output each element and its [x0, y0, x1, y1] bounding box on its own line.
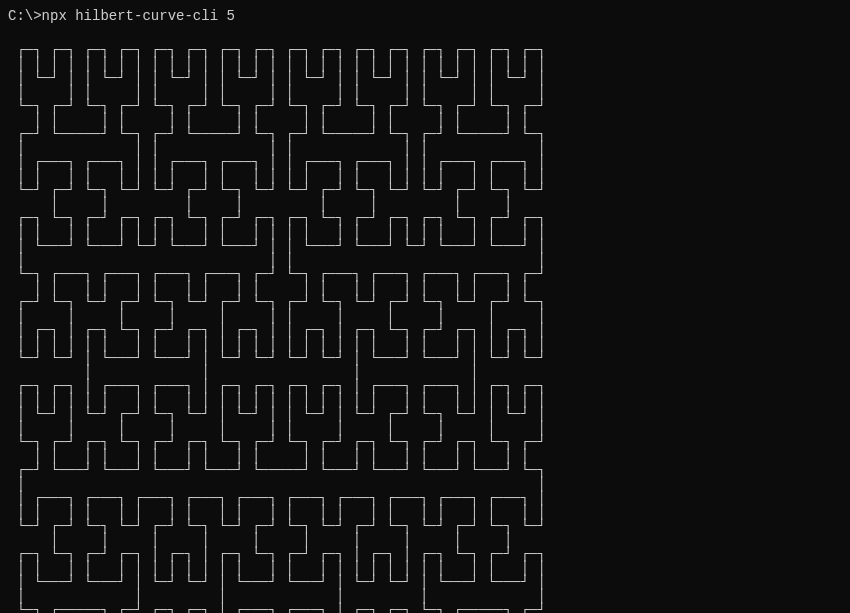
prompt-text: C:\>: [8, 8, 42, 24]
command-line: C:\>npx hilbert-curve-cli 5: [8, 8, 842, 25]
hilbert-curve-output: ┌─┐ ┌─┐ ┌─┐ ┌─┐ ┌─┐ ┌─┐ ┌─┐ ┌─┐ ┌─┐ ┌─┐ …: [8, 29, 842, 613]
command-text: npx hilbert-curve-cli 5: [42, 8, 235, 24]
